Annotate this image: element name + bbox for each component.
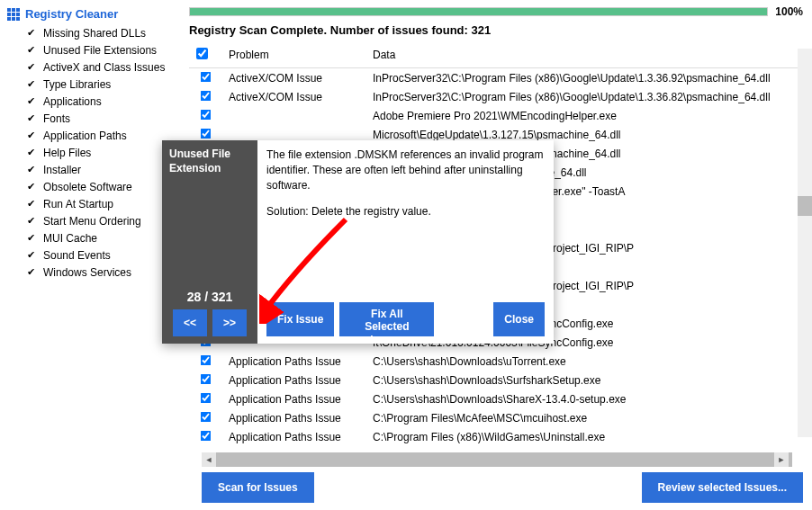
issue-detail-popup: Unused File Extension 28 / 321 << >> The…: [162, 140, 554, 344]
review-selected-issues-button[interactable]: Review selected Issues...: [642, 472, 803, 503]
cell-problem: Application Paths Issue: [221, 352, 365, 371]
row-checkbox[interactable]: [189, 408, 221, 427]
check-icon: ✔: [27, 215, 36, 227]
sidebar-item[interactable]: ✔Start Menu Ordering: [5, 212, 180, 229]
table-row[interactable]: Application Paths IssueC:\Program Files\…: [189, 408, 803, 427]
horizontal-scrollbar[interactable]: ◄ ►: [202, 452, 789, 467]
scan-for-issues-button[interactable]: Scan for Issues: [202, 472, 314, 503]
table-row[interactable]: Application Paths IssueC:\Users\shash\Do…: [189, 389, 803, 408]
check-icon: ✔: [27, 27, 36, 39]
hscroll-left[interactable]: ◄: [202, 452, 216, 467]
horizontal-scrollbar-thumb[interactable]: [216, 452, 792, 467]
sidebar-item-label: Installer: [43, 164, 81, 176]
cell-data: C:\Users\shash\Downloads\SurfsharkSetup.…: [365, 371, 803, 389]
sidebar-item-label: Help Files: [43, 147, 91, 159]
sidebar-item[interactable]: ✔Obsolete Software: [5, 178, 180, 195]
popup-prev-button[interactable]: <<: [173, 309, 207, 336]
row-checkbox[interactable]: [189, 68, 221, 88]
column-data[interactable]: Data: [365, 42, 803, 68]
cell-data: C:\Program Files\McAfee\MSC\mcuihost.exe: [365, 408, 803, 427]
cell-problem: Application Paths Issue: [221, 408, 365, 427]
row-checkbox[interactable]: [189, 427, 221, 446]
sidebar-item[interactable]: ✔Missing Shared DLLs: [5, 24, 180, 41]
sidebar-item[interactable]: ✔MUI Cache: [5, 229, 180, 246]
sidebar-item[interactable]: ✔Windows Services: [5, 264, 180, 281]
check-icon: ✔: [27, 44, 36, 56]
fix-all-selected-button[interactable]: Fix All Selected Issues: [339, 302, 434, 336]
progress-percent: 100%: [775, 5, 803, 18]
sidebar-item[interactable]: ✔Unused File Extensions: [5, 41, 180, 58]
check-icon: ✔: [27, 181, 36, 192]
check-icon: ✔: [27, 78, 36, 90]
table-row[interactable]: Application Paths IssueC:\Program Files …: [189, 427, 803, 446]
sidebar-item-label: Missing Shared DLLs: [43, 27, 146, 40]
check-icon: ✔: [27, 130, 36, 141]
check-icon: ✔: [27, 266, 36, 278]
sidebar-item[interactable]: ✔ActiveX and Class Issues: [5, 58, 180, 76]
close-popup-button[interactable]: Close: [493, 302, 545, 336]
check-icon: ✔: [27, 164, 36, 175]
popup-counter: 28 / 321: [169, 290, 250, 304]
check-icon: ✔: [27, 61, 36, 73]
table-row[interactable]: Application Paths IssueC:\Users\shash\Do…: [189, 371, 803, 389]
row-checkbox[interactable]: [189, 371, 221, 389]
fix-issue-button[interactable]: Fix Issue: [266, 302, 334, 336]
sidebar-item-label: Sound Events: [43, 249, 111, 262]
sidebar-item-label: ActiveX and Class Issues: [43, 61, 165, 74]
check-icon: ✔: [27, 249, 36, 261]
row-checkbox[interactable]: [189, 389, 221, 408]
check-icon: ✔: [27, 198, 36, 210]
scan-result: Registry Scan Complete. Number of issues…: [189, 23, 803, 37]
popup-description: The file extension .DMSKM references an …: [266, 148, 545, 192]
sidebar-item-label: Unused File Extensions: [43, 44, 157, 57]
vertical-scrollbar[interactable]: [798, 49, 812, 437]
sidebar-item-label: Fonts: [43, 112, 70, 125]
sidebar-item-label: Windows Services: [43, 266, 131, 279]
sidebar-title: Registry Cleaner: [5, 5, 180, 24]
cell-problem: Application Paths Issue: [221, 371, 365, 389]
check-icon: ✔: [27, 232, 36, 244]
table-row[interactable]: ActiveX/COM IssueInProcServer32\C:\Progr…: [189, 87, 803, 106]
sidebar-item[interactable]: ✔Installer: [5, 161, 180, 178]
sidebar-item-label: Type Libraries: [43, 78, 111, 91]
sidebar: Registry Cleaner ✔Missing Shared DLLs✔Un…: [0, 0, 180, 510]
popup-title: Unused File Extension: [169, 148, 250, 175]
cell-problem: ActiveX/COM Issue: [221, 68, 365, 88]
table-row[interactable]: Adobe Premiere Pro 2021\WMEncodingHelper…: [189, 106, 803, 125]
sidebar-item[interactable]: ✔Help Files: [5, 144, 180, 161]
sidebar-item[interactable]: ✔Applications: [5, 93, 180, 110]
cell-data: C:\Program Files (x86)\WildGames\Uninsta…: [365, 427, 803, 446]
cell-data: Adobe Premiere Pro 2021\WMEncodingHelper…: [365, 106, 803, 125]
sidebar-title-label: Registry Cleaner: [25, 7, 118, 21]
cell-problem: [221, 106, 365, 125]
popup-next-button[interactable]: >>: [212, 309, 247, 336]
column-problem[interactable]: Problem: [221, 42, 365, 68]
cell-data: InProcServer32\C:\Program Files (x86)\Go…: [365, 68, 803, 88]
sidebar-item[interactable]: ✔Type Libraries: [5, 76, 180, 93]
sidebar-item-label: Application Paths: [43, 130, 127, 142]
table-row[interactable]: Application Paths IssueC:\Users\shash\Do…: [189, 352, 803, 371]
check-icon: ✔: [27, 147, 36, 158]
sidebar-item[interactable]: ✔Application Paths: [5, 127, 180, 144]
sidebar-item[interactable]: ✔Run At Startup: [5, 195, 180, 212]
sidebar-item-label: Obsolete Software: [43, 181, 132, 193]
sidebar-item-label: Applications: [43, 95, 102, 108]
grid-icon: [7, 8, 20, 21]
sidebar-item-label: MUI Cache: [43, 232, 97, 245]
vertical-scrollbar-thumb[interactable]: [798, 196, 812, 216]
sidebar-item[interactable]: ✔Fonts: [5, 110, 180, 127]
row-checkbox[interactable]: [189, 106, 221, 125]
cell-data: C:\Users\shash\Downloads\ShareX-13.4.0-s…: [365, 389, 803, 408]
sidebar-item-label: Run At Startup: [43, 198, 113, 210]
table-row[interactable]: ActiveX/COM IssueInProcServer32\C:\Progr…: [189, 68, 803, 88]
cell-data: InProcServer32\C:\Program Files (x86)\Go…: [365, 87, 803, 106]
header-checkbox[interactable]: [189, 42, 221, 68]
row-checkbox[interactable]: [189, 87, 221, 106]
cell-problem: Application Paths Issue: [221, 389, 365, 408]
sidebar-item[interactable]: ✔Sound Events: [5, 246, 180, 264]
check-icon: ✔: [27, 95, 36, 107]
popup-solution: Solution: Delete the registry value.: [266, 205, 545, 218]
hscroll-right[interactable]: ►: [774, 452, 789, 467]
row-checkbox[interactable]: [189, 352, 221, 371]
cell-problem: ActiveX/COM Issue: [221, 87, 365, 106]
